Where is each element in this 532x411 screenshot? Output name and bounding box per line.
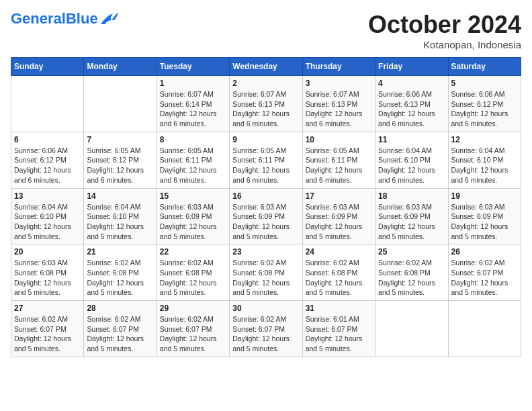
calendar-cell: 17Sunrise: 6:03 AM Sunset: 6:09 PM Dayli… [302, 188, 375, 244]
header-saturday: Saturday [448, 58, 521, 76]
day-info: Sunrise: 6:05 AM Sunset: 6:11 PM Dayligh… [160, 146, 226, 185]
day-info: Sunrise: 6:07 AM Sunset: 6:13 PM Dayligh… [232, 89, 299, 129]
calendar-cell: 2Sunrise: 6:07 AM Sunset: 6:13 PM Daylig… [230, 76, 302, 132]
day-info: Sunrise: 6:07 AM Sunset: 6:14 PM Dayligh… [160, 89, 226, 129]
calendar-week-3: 13Sunrise: 6:04 AM Sunset: 6:10 PM Dayli… [11, 188, 521, 244]
calendar-cell: 14Sunrise: 6:04 AM Sunset: 6:10 PM Dayli… [84, 188, 157, 244]
calendar-cell: 31Sunrise: 6:01 AM Sunset: 6:07 PM Dayli… [302, 301, 375, 357]
calendar-cell: 9Sunrise: 6:05 AM Sunset: 6:11 PM Daylig… [230, 132, 302, 188]
day-info: Sunrise: 6:02 AM Sunset: 6:07 PM Dayligh… [87, 314, 153, 354]
calendar-cell: 23Sunrise: 6:02 AM Sunset: 6:08 PM Dayli… [230, 244, 302, 301]
day-info: Sunrise: 6:02 AM Sunset: 6:08 PM Dayligh… [378, 258, 445, 298]
calendar-cell [448, 301, 521, 357]
calendar-week-2: 6Sunrise: 6:06 AM Sunset: 6:12 PM Daylig… [11, 132, 521, 188]
calendar-cell: 13Sunrise: 6:04 AM Sunset: 6:10 PM Dayli… [11, 188, 84, 244]
day-info: Sunrise: 6:02 AM Sunset: 6:07 PM Dayligh… [14, 314, 81, 354]
day-number: 23 [232, 247, 299, 257]
calendar-cell: 12Sunrise: 6:04 AM Sunset: 6:10 PM Dayli… [448, 132, 521, 188]
location-title: Kotanopan, Indonesia [368, 39, 521, 50]
calendar-cell: 25Sunrise: 6:02 AM Sunset: 6:08 PM Dayli… [375, 244, 448, 301]
title-block: October 2024 Kotanopan, Indonesia [368, 11, 521, 50]
day-info: Sunrise: 6:01 AM Sunset: 6:07 PM Dayligh… [306, 314, 372, 354]
header-friday: Friday [375, 58, 448, 76]
day-info: Sunrise: 6:04 AM Sunset: 6:10 PM Dayligh… [87, 202, 153, 242]
calendar-week-1: 1Sunrise: 6:07 AM Sunset: 6:14 PM Daylig… [11, 76, 521, 132]
day-info: Sunrise: 6:02 AM Sunset: 6:08 PM Dayligh… [232, 258, 299, 298]
day-number: 12 [451, 135, 518, 144]
day-info: Sunrise: 6:04 AM Sunset: 6:10 PM Dayligh… [14, 202, 81, 242]
calendar-cell: 28Sunrise: 6:02 AM Sunset: 6:07 PM Dayli… [84, 301, 157, 357]
day-number: 7 [87, 135, 153, 144]
calendar-cell: 1Sunrise: 6:07 AM Sunset: 6:14 PM Daylig… [157, 76, 229, 132]
day-number: 26 [451, 247, 518, 257]
day-number: 4 [378, 79, 445, 88]
day-number: 15 [160, 191, 226, 201]
day-number: 2 [232, 79, 299, 88]
day-number: 18 [378, 191, 445, 201]
day-number: 14 [87, 191, 153, 201]
day-info: Sunrise: 6:03 AM Sunset: 6:09 PM Dayligh… [306, 202, 372, 242]
calendar-cell: 10Sunrise: 6:05 AM Sunset: 6:11 PM Dayli… [302, 132, 375, 188]
day-number: 30 [232, 304, 299, 313]
day-number: 19 [451, 191, 518, 201]
day-info: Sunrise: 6:06 AM Sunset: 6:12 PM Dayligh… [451, 89, 518, 129]
day-number: 9 [232, 135, 299, 144]
day-number: 11 [378, 135, 445, 144]
day-number: 6 [14, 135, 81, 144]
calendar-cell: 11Sunrise: 6:04 AM Sunset: 6:10 PM Dayli… [375, 132, 448, 188]
day-info: Sunrise: 6:07 AM Sunset: 6:13 PM Dayligh… [306, 89, 372, 129]
calendar-cell: 29Sunrise: 6:02 AM Sunset: 6:07 PM Dayli… [157, 301, 229, 357]
calendar-cell: 20Sunrise: 6:03 AM Sunset: 6:08 PM Dayli… [11, 244, 84, 301]
calendar-cell: 16Sunrise: 6:03 AM Sunset: 6:09 PM Dayli… [230, 188, 302, 244]
day-number: 29 [160, 304, 226, 313]
calendar-cell: 8Sunrise: 6:05 AM Sunset: 6:11 PM Daylig… [157, 132, 229, 188]
day-info: Sunrise: 6:02 AM Sunset: 6:07 PM Dayligh… [232, 314, 299, 354]
day-info: Sunrise: 6:03 AM Sunset: 6:09 PM Dayligh… [451, 202, 518, 242]
calendar-cell: 27Sunrise: 6:02 AM Sunset: 6:07 PM Dayli… [11, 301, 84, 357]
day-info: Sunrise: 6:03 AM Sunset: 6:09 PM Dayligh… [378, 202, 445, 242]
calendar-cell: 30Sunrise: 6:02 AM Sunset: 6:07 PM Dayli… [230, 301, 302, 357]
calendar-cell: 3Sunrise: 6:07 AM Sunset: 6:13 PM Daylig… [302, 76, 375, 132]
calendar-cell: 7Sunrise: 6:05 AM Sunset: 6:12 PM Daylig… [84, 132, 157, 188]
header-sunday: Sunday [11, 58, 84, 76]
day-info: Sunrise: 6:03 AM Sunset: 6:08 PM Dayligh… [14, 258, 81, 298]
day-info: Sunrise: 6:04 AM Sunset: 6:10 PM Dayligh… [451, 146, 518, 185]
day-number: 20 [14, 247, 81, 257]
day-number: 24 [306, 247, 372, 257]
calendar-cell: 21Sunrise: 6:02 AM Sunset: 6:08 PM Dayli… [84, 244, 157, 301]
calendar-cell [84, 76, 157, 132]
header-tuesday: Tuesday [157, 58, 229, 76]
day-number: 27 [14, 304, 81, 313]
header-wednesday: Wednesday [230, 58, 302, 76]
logo-bird-icon [99, 11, 120, 27]
calendar-cell: 6Sunrise: 6:06 AM Sunset: 6:12 PM Daylig… [11, 132, 84, 188]
header-thursday: Thursday [302, 58, 375, 76]
logo: GeneralBlue [11, 11, 120, 27]
day-info: Sunrise: 6:02 AM Sunset: 6:08 PM Dayligh… [87, 258, 153, 298]
day-info: Sunrise: 6:05 AM Sunset: 6:11 PM Dayligh… [306, 146, 372, 185]
day-number: 17 [306, 191, 372, 201]
day-number: 10 [306, 135, 372, 144]
month-title: October 2024 [368, 11, 521, 39]
day-number: 13 [14, 191, 81, 201]
calendar-cell: 22Sunrise: 6:02 AM Sunset: 6:08 PM Dayli… [157, 244, 229, 301]
day-info: Sunrise: 6:04 AM Sunset: 6:10 PM Dayligh… [378, 146, 445, 185]
day-number: 22 [160, 247, 226, 257]
day-number: 16 [232, 191, 299, 201]
day-info: Sunrise: 6:02 AM Sunset: 6:07 PM Dayligh… [160, 314, 226, 354]
calendar-week-4: 20Sunrise: 6:03 AM Sunset: 6:08 PM Dayli… [11, 244, 521, 301]
calendar-cell: 18Sunrise: 6:03 AM Sunset: 6:09 PM Dayli… [375, 188, 448, 244]
calendar-cell [375, 301, 448, 357]
calendar-cell: 26Sunrise: 6:02 AM Sunset: 6:07 PM Dayli… [448, 244, 521, 301]
calendar-cell: 4Sunrise: 6:06 AM Sunset: 6:13 PM Daylig… [375, 76, 448, 132]
calendar-week-5: 27Sunrise: 6:02 AM Sunset: 6:07 PM Dayli… [11, 301, 521, 357]
day-number: 1 [160, 79, 226, 88]
day-info: Sunrise: 6:03 AM Sunset: 6:09 PM Dayligh… [160, 202, 226, 242]
calendar-cell [11, 76, 84, 132]
day-info: Sunrise: 6:05 AM Sunset: 6:12 PM Dayligh… [87, 146, 153, 185]
day-info: Sunrise: 6:03 AM Sunset: 6:09 PM Dayligh… [232, 202, 299, 242]
logo-text: GeneralBlue [11, 11, 98, 26]
day-number: 3 [306, 79, 372, 88]
day-number: 5 [451, 79, 518, 88]
day-info: Sunrise: 6:05 AM Sunset: 6:11 PM Dayligh… [232, 146, 299, 185]
